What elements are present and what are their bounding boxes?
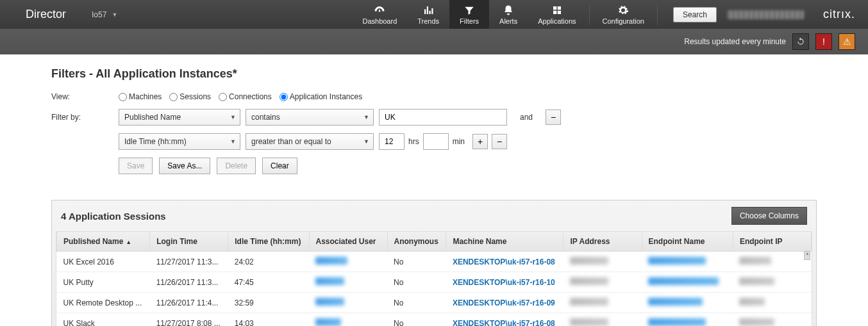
cell-machine-name[interactable]: XENDESKTOP\uk-i57-r16-10: [446, 272, 563, 293]
remove-filter-button[interactable]: −: [546, 110, 561, 125]
radio-app-instances[interactable]: Application Instances: [280, 92, 362, 101]
radio-connections[interactable]: Connections: [219, 92, 272, 101]
chart-icon: [422, 4, 434, 16]
nav-filters[interactable]: Filters: [449, 0, 489, 29]
cell-idle-time: 24:02: [228, 252, 309, 272]
col-endpoint-ip[interactable]: Endpoint IP: [733, 232, 811, 252]
filter-actions: Save Save As... Delete Clear: [119, 158, 817, 174]
delete-button: Delete: [217, 158, 256, 174]
filter-min-input[interactable]: [423, 133, 449, 150]
and-label: and: [520, 113, 533, 122]
nav-applications[interactable]: Applications: [528, 0, 586, 29]
filter-op-select[interactable]: greater than or equal to: [246, 133, 374, 150]
filter-field-select[interactable]: Idle Time (hh:mm): [119, 133, 240, 150]
col-anonymous[interactable]: Anonymous: [387, 232, 446, 252]
table-row[interactable]: UK Excel 2016 11/27/2017 11:3... 24:02 N…: [57, 252, 812, 272]
save-button: Save: [119, 158, 153, 174]
col-endpoint-name[interactable]: Endpoint Name: [642, 232, 733, 252]
cell-endpoint-ip: [733, 252, 811, 272]
col-idle-time[interactable]: Idle Time (hh:mm): [228, 232, 309, 252]
cell-assoc-user[interactable]: [309, 293, 387, 313]
search-button[interactable]: Search: [673, 7, 717, 22]
cell-ip: [563, 293, 642, 313]
save-as-button[interactable]: Save As...: [159, 158, 210, 174]
filter-value-input[interactable]: [379, 109, 507, 126]
choose-columns-button[interactable]: Choose Columns: [731, 207, 807, 225]
cell-login-time: 11/26/2017 11:3...: [150, 272, 228, 293]
workspace-name: Io57: [92, 10, 106, 19]
radio-sessions[interactable]: Sessions: [169, 92, 211, 101]
cell-idle-time: 47:45: [228, 272, 309, 293]
status-bar: Results updated every minute ! ⚠: [0, 29, 868, 54]
cell-anonymous: No: [387, 252, 446, 272]
cell-machine-name[interactable]: XENDESKTOP\uk-i57-r16-09: [446, 293, 563, 313]
cell-idle-time: 32:59: [228, 293, 309, 313]
cell-idle-time: 14:03: [228, 313, 309, 327]
workspace-selector[interactable]: Io57 ▼: [92, 10, 117, 19]
results-panel: 4 Application Sessions Choose Columns Pu…: [51, 200, 817, 326]
cell-login-time: 11/27/2017 8:08 ...: [150, 313, 228, 327]
nav-dashboard[interactable]: Dashboard: [352, 0, 407, 29]
cell-assoc-user[interactable]: [309, 313, 387, 327]
cell-published-name: UK Remote Desktop ...: [57, 293, 150, 313]
grid-icon: [551, 4, 563, 16]
radio-machines[interactable]: Machines: [119, 92, 162, 101]
nav-separator: [589, 4, 590, 25]
table-row[interactable]: UK Slack 11/27/2017 8:08 ... 14:03 No XE…: [57, 313, 812, 327]
nav-alerts[interactable]: Alerts: [489, 0, 528, 29]
cell-endpoint-ip: [733, 313, 811, 327]
table-row[interactable]: UK Remote Desktop ... 11/26/2017 11:4...…: [57, 293, 812, 313]
citrix-logo: citrıx.: [823, 8, 855, 21]
col-machine-name[interactable]: Machine Name: [446, 232, 563, 252]
col-assoc-user[interactable]: Associated User: [309, 232, 387, 252]
cell-published-name: UK Excel 2016: [57, 252, 150, 272]
warning-alert-button[interactable]: ⚠: [839, 33, 855, 50]
col-published-name[interactable]: Published Name▲: [57, 232, 150, 252]
add-filter-button[interactable]: +: [472, 134, 488, 149]
cell-published-name: UK Slack: [57, 313, 150, 327]
refresh-button[interactable]: [792, 33, 809, 50]
nav-configuration[interactable]: Configuration: [592, 0, 655, 29]
results-table: Published Name▲ Login Time Idle Time (hh…: [56, 232, 812, 326]
cell-endpoint-ip: [733, 272, 811, 293]
cell-assoc-user[interactable]: [309, 252, 387, 272]
table-header-row: Published Name▲ Login Time Idle Time (hh…: [57, 232, 812, 252]
table-body: UK Excel 2016 11/27/2017 11:3... 24:02 N…: [57, 252, 812, 327]
cell-anonymous: No: [387, 272, 446, 293]
filter-row-1: Filter by: Published Name contains and −: [51, 109, 817, 126]
nav-label: Trends: [417, 17, 439, 25]
cell-login-time: 11/27/2017 11:3...: [150, 252, 228, 272]
table-row[interactable]: UK Putty 11/26/2017 11:3... 47:45 No XEN…: [57, 272, 812, 293]
filter-op-select[interactable]: contains: [246, 109, 374, 126]
scroll-up-indicator[interactable]: [804, 251, 810, 260]
remove-filter-button[interactable]: −: [492, 134, 507, 149]
cell-login-time: 11/26/2017 11:4...: [150, 293, 228, 313]
cell-machine-name[interactable]: XENDESKTOP\uk-i57-r16-08: [446, 313, 563, 327]
brand: Director: [26, 8, 66, 21]
filter-icon: [463, 4, 475, 16]
cell-ip: [563, 252, 642, 272]
cell-endpoint-name[interactable]: [642, 272, 733, 293]
cell-endpoint-name[interactable]: [642, 252, 733, 272]
cell-endpoint-name[interactable]: [642, 313, 733, 327]
col-login-time[interactable]: Login Time: [150, 232, 228, 252]
clear-button[interactable]: Clear: [262, 158, 297, 174]
view-label: View:: [51, 92, 119, 101]
update-status: Results updated every minute: [684, 37, 786, 46]
filter-field-select[interactable]: Published Name: [119, 109, 240, 126]
cell-anonymous: No: [387, 313, 446, 327]
gear-icon: [617, 4, 629, 16]
gauge-icon: [374, 4, 385, 16]
cell-endpoint-name[interactable]: [642, 293, 733, 313]
nav-trends[interactable]: Trends: [407, 0, 449, 29]
page-title: Filters - All Application Instances*: [51, 67, 817, 81]
cell-endpoint-ip: [733, 293, 811, 313]
cell-assoc-user[interactable]: [309, 272, 387, 293]
col-ip-address[interactable]: IP Address: [563, 232, 642, 252]
filter-row-2: Idle Time (hh:mm) greater than or equal …: [51, 133, 817, 150]
filter-hrs-input[interactable]: [379, 133, 405, 150]
filter-by-label: Filter by:: [51, 113, 119, 122]
nav-label: Alerts: [499, 17, 517, 25]
critical-alert-button[interactable]: !: [815, 33, 832, 50]
cell-machine-name[interactable]: XENDESKTOP\uk-i57-r16-08: [446, 252, 563, 272]
